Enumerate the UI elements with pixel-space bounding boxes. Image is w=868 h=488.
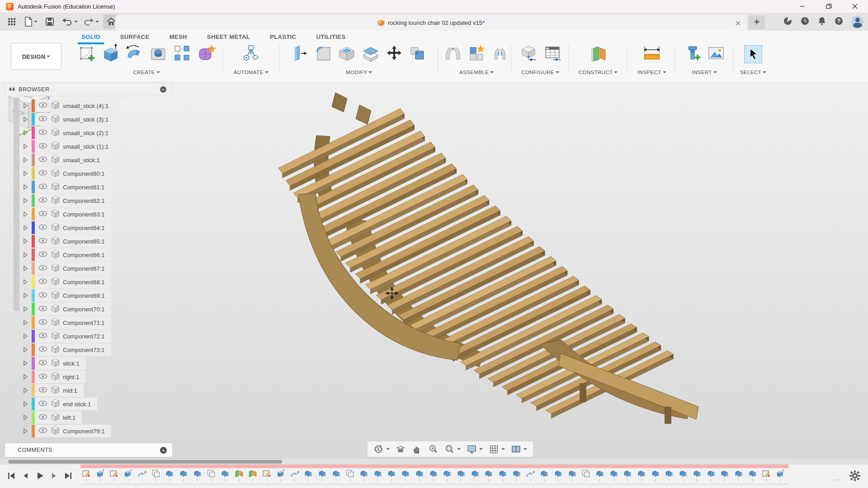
browser-item[interactable]: Component70:1	[22, 303, 172, 315]
timeline-feature-move-icon[interactable]	[497, 469, 509, 482]
timeline-feature-move-icon[interactable]	[178, 469, 189, 482]
minimize-button[interactable]	[789, 0, 816, 13]
timeline-feature-move-icon[interactable]	[483, 469, 495, 482]
timeline-feature-move-icon[interactable]	[650, 469, 661, 482]
expand-arrow-icon[interactable]	[22, 414, 29, 421]
browser-item[interactable]: Component63:1	[22, 208, 172, 221]
insert-image-icon[interactable]	[706, 43, 726, 65]
timeline-feature-move-icon[interactable]	[705, 469, 717, 482]
component-label[interactable]: Component71:1	[63, 319, 105, 326]
visibility-eye-icon[interactable]	[38, 305, 51, 314]
timeline-feature-move-icon[interactable]	[594, 469, 606, 482]
step-forward-button[interactable]	[47, 470, 60, 482]
component-label[interactable]: Component68:1	[63, 279, 105, 286]
user-avatar[interactable]	[851, 16, 863, 28]
timeline-overflow[interactable]: ...	[834, 474, 841, 482]
expand-arrow-icon[interactable]	[22, 333, 29, 340]
expand-arrow-icon[interactable]	[22, 373, 29, 380]
timeline-feature-move-icon[interactable]	[691, 469, 703, 482]
extensions-icon[interactable]	[783, 16, 793, 28]
visibility-eye-icon[interactable]	[38, 277, 51, 287]
ribbon-tab-solid[interactable]: SOLID	[80, 32, 102, 43]
document-tab-close-icon[interactable]	[733, 19, 742, 28]
ribbon-tab-sheet-metal[interactable]: SHEET METAL	[205, 32, 252, 43]
timeline-feature-extrude-icon[interactable]	[275, 469, 287, 482]
group-label-insert[interactable]: INSERT	[692, 70, 717, 75]
timeline-feature-spline-icon[interactable]	[524, 469, 536, 482]
automate-icon[interactable]	[241, 43, 261, 65]
viewports-tool[interactable]	[509, 443, 528, 455]
orbit-tool[interactable]	[372, 443, 391, 455]
workspace-selector[interactable]: DESIGN	[11, 43, 61, 70]
browser-scrollbar[interactable]	[14, 98, 19, 311]
visibility-eye-icon[interactable]	[38, 115, 51, 124]
browser-item[interactable]: Component64:1	[22, 221, 172, 234]
component-label[interactable]: Component60:1	[63, 170, 105, 177]
browser-item[interactable]: Component69:1	[22, 289, 172, 302]
visibility-eye-icon[interactable]	[38, 223, 51, 233]
timeline-feature-move-icon[interactable]	[386, 469, 397, 482]
timeline-feature-move-icon[interactable]	[372, 469, 384, 482]
zoom-window-tool[interactable]	[443, 443, 462, 455]
visibility-eye-icon[interactable]	[38, 210, 51, 219]
browser-item[interactable]: Component67:1	[22, 262, 172, 275]
timeline-feature-pattern-icon[interactable]	[150, 469, 162, 482]
browser-item[interactable]: Component79:1	[22, 425, 172, 437]
configuration-table-icon[interactable]	[542, 43, 562, 65]
collapse-panel-icon[interactable]	[9, 87, 15, 93]
file-menu-button[interactable]	[23, 14, 39, 29]
timeline-feature-spline-icon[interactable]	[136, 469, 148, 482]
move-copy-icon[interactable]	[385, 44, 404, 65]
new-component-icon[interactable]	[467, 43, 486, 65]
component-label[interactable]: smaall_stick:1	[63, 157, 100, 164]
visibility-eye-icon[interactable]	[38, 128, 51, 138]
component-label[interactable]: Component69:1	[63, 292, 105, 299]
browser-item[interactable]: Component62:1	[22, 194, 172, 207]
visibility-eye-icon[interactable]	[38, 372, 51, 382]
browser-item[interactable]: right:1	[22, 371, 172, 383]
timeline-feature-plane-icon[interactable]	[247, 469, 259, 482]
timeline-feature-sketch-icon[interactable]	[261, 469, 273, 482]
expand-arrow-icon[interactable]	[22, 319, 29, 326]
component-label[interactable]: smaall_stick (3):1	[63, 116, 108, 123]
expand-arrow-icon[interactable]	[22, 170, 29, 177]
expand-arrow-icon[interactable]	[22, 427, 29, 435]
component-label[interactable]: Component61:1	[63, 184, 105, 191]
visibility-eye-icon[interactable]	[38, 291, 51, 300]
rigid-group-icon[interactable]	[491, 44, 509, 65]
visibility-eye-icon[interactable]	[38, 427, 51, 436]
timeline-feature-sketch-icon[interactable]	[760, 469, 772, 482]
timeline-feature-move-icon[interactable]	[566, 469, 578, 482]
timeline-feature-move-icon[interactable]	[428, 469, 439, 482]
browser-item[interactable]: Component66:1	[22, 249, 172, 261]
step-back-button[interactable]	[19, 470, 32, 482]
timeline-feature-move-icon[interactable]	[469, 469, 481, 482]
timeline-feature-move-icon[interactable]	[358, 469, 370, 482]
group-label-automate[interactable]: AUTOMATE	[233, 70, 268, 75]
timeline-feature-pattern-icon[interactable]	[205, 469, 217, 482]
visibility-eye-icon[interactable]	[38, 250, 51, 260]
component-label[interactable]: Component63:1	[63, 211, 105, 218]
app-grid-icon[interactable]	[4, 14, 20, 29]
group-label-assemble[interactable]: ASSEMBLE	[459, 70, 494, 75]
component-label[interactable]: Component65:1	[63, 238, 105, 245]
browser-item[interactable]: Component73:1	[22, 343, 172, 356]
construct-plane-icon[interactable]	[588, 43, 608, 65]
extrude-icon[interactable]	[100, 43, 120, 65]
visibility-eye-icon[interactable]	[38, 413, 51, 422]
visibility-eye-icon[interactable]	[38, 318, 51, 328]
zoom-tool[interactable]	[427, 443, 440, 455]
grid-settings-tool[interactable]	[487, 443, 506, 455]
visibility-eye-icon[interactable]	[38, 155, 51, 165]
timeline-feature-sketch-icon[interactable]	[80, 469, 92, 482]
fillet-icon[interactable]	[314, 44, 333, 65]
group-label-inspect[interactable]: INSPECT	[637, 70, 666, 75]
timeline-feature-move-icon[interactable]	[677, 469, 689, 482]
browser-item[interactable]: smaall_stick:1	[22, 154, 172, 166]
save-button[interactable]	[42, 14, 58, 29]
offset-face-icon[interactable]	[361, 43, 381, 65]
component-label[interactable]: smaall_stick (2):1	[63, 130, 108, 136]
joint-icon[interactable]	[443, 44, 462, 65]
expand-arrow-icon[interactable]	[22, 143, 29, 150]
combine-icon[interactable]	[408, 43, 428, 65]
